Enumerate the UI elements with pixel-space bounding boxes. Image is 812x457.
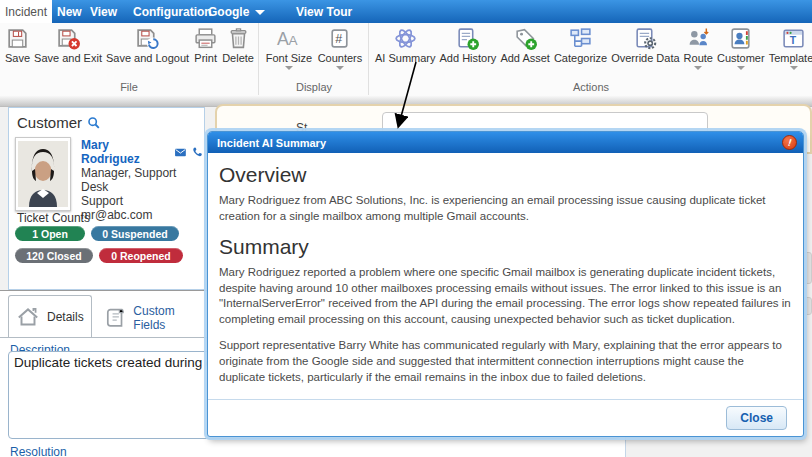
override-data-icon (633, 26, 658, 51)
add-asset-label: Add Asset (500, 52, 550, 64)
ai-summary-button[interactable]: AI Summary (373, 25, 438, 65)
ticket-counts-label: Ticket Counts (17, 211, 90, 225)
customer-name-link[interactable]: Mary Rodriguez (81, 138, 170, 166)
chevron-down-icon (285, 66, 293, 70)
ribbon-group-actions: AI Summary Add History Add Asset (370, 23, 812, 95)
tab-custom-fields-label: Custom Fields (133, 304, 208, 332)
save-icon (5, 26, 30, 51)
add-history-button[interactable]: Add History (438, 25, 499, 65)
delete-button[interactable]: Delete (220, 25, 256, 65)
add-asset-button[interactable]: Add Asset (498, 25, 552, 65)
search-icon[interactable] (86, 115, 102, 131)
counters-button[interactable]: # Counters (316, 25, 365, 71)
ai-summary-icon (393, 26, 418, 51)
ribbon-group-file: Save Save and Exit Save and Logout (0, 23, 259, 95)
menu-item-view[interactable]: View (90, 0, 117, 23)
save-and-logout-icon (135, 26, 160, 51)
font-size-icon: AA (276, 26, 301, 51)
home-icon (15, 304, 41, 330)
tab-custom-fields[interactable]: Custom Fields (96, 298, 208, 337)
categorize-button[interactable]: Categorize (552, 25, 609, 65)
suspended-tickets-badge[interactable]: 0 Suspended (91, 226, 179, 241)
templates-icon: T (781, 26, 806, 51)
counters-icon: # (327, 26, 352, 51)
print-button[interactable]: Print (191, 25, 220, 65)
route-icon (686, 26, 711, 51)
chevron-down-icon (737, 66, 745, 70)
summary-heading: Summary (219, 235, 792, 259)
delete-label: Delete (222, 52, 254, 64)
dialog-title: Incident AI Summary (217, 137, 782, 149)
menu-item-google[interactable]: Google (208, 0, 249, 23)
save-label: Save (5, 52, 30, 64)
save-and-logout-button[interactable]: Save and Logout (104, 25, 191, 65)
alert-close-icon[interactable]: ! (782, 135, 797, 150)
svg-text:T: T (790, 35, 797, 46)
add-history-icon (455, 26, 480, 51)
menu-tab-incident[interactable]: Incident (0, 0, 52, 23)
summary-paragraph: Support representative Barry White has c… (219, 338, 792, 386)
reopened-tickets-badge[interactable]: 0 Reopened (99, 248, 183, 263)
chevron-down-icon[interactable] (255, 10, 265, 15)
svg-text:A: A (277, 29, 289, 49)
chevron-down-icon (694, 66, 702, 70)
save-and-exit-button[interactable]: Save and Exit (32, 25, 104, 65)
overview-text: Mary Rodriguez from ABC Solutions, Inc. … (219, 193, 792, 225)
delete-icon (226, 26, 251, 51)
save-and-logout-label: Save and Logout (106, 52, 189, 64)
ribbon-group-display: AA Font Size # Counters Display (260, 23, 369, 95)
svg-text:#: # (336, 32, 343, 46)
customer-panel: Customer Mary Rodriguez Manager, Support… (8, 107, 205, 290)
save-and-exit-icon (56, 26, 81, 51)
add-asset-icon (513, 26, 538, 51)
menu-item-view-tour[interactable]: View Tour (296, 0, 352, 23)
svg-text:A: A (289, 33, 298, 48)
customer-department: Support (81, 194, 204, 208)
ribbon-toolbar: Save Save and Exit Save and Logout (0, 23, 812, 95)
ai-summary-label: AI Summary (375, 52, 436, 64)
customer-icon (728, 26, 753, 51)
font-size-label: Font Size (266, 52, 312, 64)
app-window: Incident New View Configuration Google V… (0, 0, 812, 457)
route-button[interactable]: Route (682, 25, 715, 71)
add-history-label: Add History (440, 52, 497, 64)
templates-button[interactable]: T Templates (767, 25, 812, 71)
dialog-titlebar: Incident AI Summary ! (208, 132, 803, 153)
print-icon (193, 26, 218, 51)
menu-item-new[interactable]: New (57, 0, 82, 23)
override-data-button[interactable]: Override Data (609, 25, 681, 65)
customer-button[interactable]: Customer (715, 25, 767, 71)
ribbon-group-display-label: Display (260, 81, 368, 93)
email-icon[interactable] (174, 146, 187, 159)
tab-details-label: Details (47, 310, 84, 324)
templates-label: Templates (769, 52, 812, 64)
ribbon-group-actions-label: Actions (370, 81, 812, 93)
customer-photo (15, 137, 71, 211)
overview-heading: Overview (219, 163, 792, 187)
open-tickets-badge[interactable]: 1 Open (15, 226, 85, 241)
dialog-footer: Close (208, 399, 803, 436)
resolution-label: Resolution (10, 445, 67, 457)
menu-item-configuration[interactable]: Configuration (133, 0, 212, 23)
incident-ai-summary-dialog: Incident AI Summary ! Overview Mary Rodr… (207, 131, 804, 437)
closed-tickets-badge[interactable]: 120 Closed (15, 248, 93, 263)
save-button[interactable]: Save (3, 25, 32, 65)
categorize-label: Categorize (554, 52, 607, 64)
background-panel-fragment (803, 252, 812, 284)
background-panel-fragment (803, 297, 812, 315)
chevron-down-icon (336, 66, 344, 70)
dialog-body: Overview Mary Rodriguez from ABC Solutio… (208, 153, 803, 399)
customer-email: mr@abc.com (81, 208, 204, 222)
summary-paragraph: Mary Rodriguez reported a problem where … (219, 265, 792, 328)
categorize-icon (568, 26, 593, 51)
scroll-icon (102, 305, 127, 331)
chevron-down-icon (790, 66, 798, 70)
font-size-button[interactable]: AA Font Size (264, 25, 314, 71)
counters-label: Counters (318, 52, 363, 64)
tab-details[interactable]: Details (8, 295, 92, 337)
customer-ribbon-label: Customer (717, 52, 765, 64)
print-label: Print (194, 52, 217, 64)
customer-panel-title: Customer (17, 114, 82, 131)
close-button[interactable]: Close (726, 406, 787, 430)
phone-icon[interactable] (191, 146, 204, 159)
